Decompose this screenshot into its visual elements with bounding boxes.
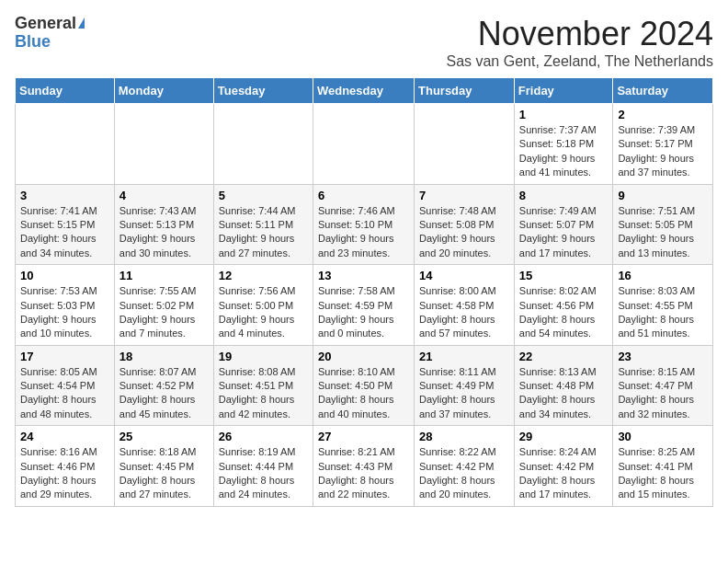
- day-info: Sunrise: 8:11 AMSunset: 4:49 PMDaylight:…: [419, 365, 509, 422]
- calendar-cell: 7Sunrise: 7:48 AMSunset: 5:08 PMDaylight…: [415, 184, 515, 265]
- calendar-cell: 14Sunrise: 8:00 AMSunset: 4:58 PMDayligh…: [415, 265, 515, 346]
- day-number: 5: [219, 189, 308, 202]
- day-info: Sunrise: 8:24 AMSunset: 4:42 PMDaylight:…: [519, 445, 609, 502]
- day-number: 14: [419, 269, 509, 282]
- calendar-cell: 3Sunrise: 7:41 AMSunset: 5:15 PMDaylight…: [16, 184, 115, 265]
- calendar-week-row: 24Sunrise: 8:16 AMSunset: 4:46 PMDayligh…: [16, 426, 713, 507]
- day-number: 25: [119, 430, 209, 443]
- day-info: Sunrise: 7:39 AMSunset: 5:17 PMDaylight:…: [618, 123, 708, 180]
- day-info: Sunrise: 7:37 AMSunset: 5:18 PMDaylight:…: [519, 123, 609, 180]
- day-info: Sunrise: 8:13 AMSunset: 4:48 PMDaylight:…: [519, 365, 609, 422]
- header-wednesday: Wednesday: [313, 78, 414, 104]
- month-title: November 2024: [446, 15, 713, 53]
- calendar-cell: 6Sunrise: 7:46 AMSunset: 5:10 PMDaylight…: [313, 184, 414, 265]
- calendar-week-row: 3Sunrise: 7:41 AMSunset: 5:15 PMDaylight…: [16, 184, 713, 265]
- day-info: Sunrise: 8:07 AMSunset: 4:52 PMDaylight:…: [119, 365, 209, 422]
- calendar-cell: 28Sunrise: 8:22 AMSunset: 4:42 PMDayligh…: [415, 426, 515, 507]
- day-info: Sunrise: 7:46 AMSunset: 5:10 PMDaylight:…: [318, 204, 409, 261]
- calendar-header-row: SundayMondayTuesdayWednesdayThursdayFrid…: [16, 78, 713, 104]
- day-info: Sunrise: 8:02 AMSunset: 4:56 PMDaylight:…: [519, 284, 609, 341]
- logo-blue: Blue: [15, 33, 85, 52]
- header-saturday: Saturday: [613, 78, 713, 104]
- day-number: 2: [618, 108, 708, 121]
- day-number: 19: [219, 350, 308, 363]
- calendar-cell: 25Sunrise: 8:18 AMSunset: 4:45 PMDayligh…: [114, 426, 213, 507]
- day-info: Sunrise: 8:03 AMSunset: 4:55 PMDaylight:…: [618, 284, 708, 341]
- day-number: 7: [419, 189, 509, 202]
- day-number: 22: [519, 350, 609, 363]
- calendar-cell: 1Sunrise: 7:37 AMSunset: 5:18 PMDaylight…: [514, 104, 613, 185]
- calendar-cell: 11Sunrise: 7:55 AMSunset: 5:02 PMDayligh…: [114, 265, 213, 346]
- day-info: Sunrise: 8:10 AMSunset: 4:50 PMDaylight:…: [318, 365, 409, 422]
- logo-general: General: [15, 15, 76, 33]
- day-info: Sunrise: 7:48 AMSunset: 5:08 PMDaylight:…: [419, 204, 509, 261]
- day-number: 15: [519, 269, 609, 282]
- day-info: Sunrise: 7:55 AMSunset: 5:02 PMDaylight:…: [119, 284, 209, 341]
- day-number: 11: [119, 269, 209, 282]
- header-monday: Monday: [114, 78, 213, 104]
- day-info: Sunrise: 7:41 AMSunset: 5:15 PMDaylight:…: [20, 204, 109, 261]
- day-number: 26: [219, 430, 308, 443]
- day-info: Sunrise: 8:08 AMSunset: 4:51 PMDaylight:…: [219, 365, 308, 422]
- location-title: Sas van Gent, Zeeland, The Netherlands: [446, 53, 713, 70]
- calendar-cell: [313, 104, 414, 185]
- calendar-cell: 21Sunrise: 8:11 AMSunset: 4:49 PMDayligh…: [415, 345, 515, 426]
- day-info: Sunrise: 8:25 AMSunset: 4:41 PMDaylight:…: [618, 445, 708, 502]
- calendar-cell: 30Sunrise: 8:25 AMSunset: 4:41 PMDayligh…: [613, 426, 713, 507]
- calendar-cell: 10Sunrise: 7:53 AMSunset: 5:03 PMDayligh…: [16, 265, 115, 346]
- calendar-table: SundayMondayTuesdayWednesdayThursdayFrid…: [15, 77, 713, 507]
- calendar-cell: 8Sunrise: 7:49 AMSunset: 5:07 PMDaylight…: [514, 184, 613, 265]
- day-number: 6: [318, 189, 409, 202]
- calendar-cell: 18Sunrise: 8:07 AMSunset: 4:52 PMDayligh…: [114, 345, 213, 426]
- day-number: 4: [119, 189, 209, 202]
- calendar-week-row: 1Sunrise: 7:37 AMSunset: 5:18 PMDaylight…: [16, 104, 713, 185]
- day-number: 13: [318, 269, 409, 282]
- header-thursday: Thursday: [415, 78, 515, 104]
- calendar-cell: 24Sunrise: 8:16 AMSunset: 4:46 PMDayligh…: [16, 426, 115, 507]
- calendar-cell: 26Sunrise: 8:19 AMSunset: 4:44 PMDayligh…: [213, 426, 313, 507]
- day-number: 9: [618, 189, 708, 202]
- calendar-cell: 12Sunrise: 7:56 AMSunset: 5:00 PMDayligh…: [213, 265, 313, 346]
- header-sunday: Sunday: [16, 78, 115, 104]
- calendar-cell: 19Sunrise: 8:08 AMSunset: 4:51 PMDayligh…: [213, 345, 313, 426]
- day-number: 21: [419, 350, 509, 363]
- day-number: 10: [20, 269, 109, 282]
- day-info: Sunrise: 7:43 AMSunset: 5:13 PMDaylight:…: [119, 204, 209, 261]
- day-info: Sunrise: 7:58 AMSunset: 4:59 PMDaylight:…: [318, 284, 409, 341]
- calendar-cell: 16Sunrise: 8:03 AMSunset: 4:55 PMDayligh…: [613, 265, 713, 346]
- calendar-cell: 5Sunrise: 7:44 AMSunset: 5:11 PMDaylight…: [213, 184, 313, 265]
- logo: General Blue: [15, 15, 85, 52]
- day-info: Sunrise: 8:05 AMSunset: 4:54 PMDaylight:…: [20, 365, 109, 422]
- logo-icon: [78, 17, 85, 29]
- calendar-week-row: 17Sunrise: 8:05 AMSunset: 4:54 PMDayligh…: [16, 345, 713, 426]
- day-number: 20: [318, 350, 409, 363]
- title-block: November 2024 Sas van Gent, Zeeland, The…: [446, 15, 713, 70]
- day-number: 23: [618, 350, 708, 363]
- calendar-cell: 20Sunrise: 8:10 AMSunset: 4:50 PMDayligh…: [313, 345, 414, 426]
- calendar-cell: 9Sunrise: 7:51 AMSunset: 5:05 PMDaylight…: [613, 184, 713, 265]
- day-info: Sunrise: 7:56 AMSunset: 5:00 PMDaylight:…: [219, 284, 308, 341]
- day-info: Sunrise: 7:53 AMSunset: 5:03 PMDaylight:…: [20, 284, 109, 341]
- calendar-cell: [213, 104, 313, 185]
- day-info: Sunrise: 8:22 AMSunset: 4:42 PMDaylight:…: [419, 445, 509, 502]
- day-number: 1: [519, 108, 609, 121]
- day-number: 3: [20, 189, 109, 202]
- header-friday: Friday: [514, 78, 613, 104]
- header-tuesday: Tuesday: [213, 78, 313, 104]
- day-number: 18: [119, 350, 209, 363]
- calendar-cell: [16, 104, 115, 185]
- day-info: Sunrise: 7:44 AMSunset: 5:11 PMDaylight:…: [219, 204, 308, 261]
- calendar-cell: 15Sunrise: 8:02 AMSunset: 4:56 PMDayligh…: [514, 265, 613, 346]
- calendar-cell: [415, 104, 515, 185]
- day-number: 17: [20, 350, 109, 363]
- day-number: 24: [20, 430, 109, 443]
- calendar-cell: 23Sunrise: 8:15 AMSunset: 4:47 PMDayligh…: [613, 345, 713, 426]
- calendar-cell: 29Sunrise: 8:24 AMSunset: 4:42 PMDayligh…: [514, 426, 613, 507]
- day-info: Sunrise: 7:49 AMSunset: 5:07 PMDaylight:…: [519, 204, 609, 261]
- calendar-cell: [114, 104, 213, 185]
- day-number: 27: [318, 430, 409, 443]
- day-number: 30: [618, 430, 708, 443]
- day-info: Sunrise: 7:51 AMSunset: 5:05 PMDaylight:…: [618, 204, 708, 261]
- day-info: Sunrise: 8:21 AMSunset: 4:43 PMDaylight:…: [318, 445, 409, 502]
- day-info: Sunrise: 8:19 AMSunset: 4:44 PMDaylight:…: [219, 445, 308, 502]
